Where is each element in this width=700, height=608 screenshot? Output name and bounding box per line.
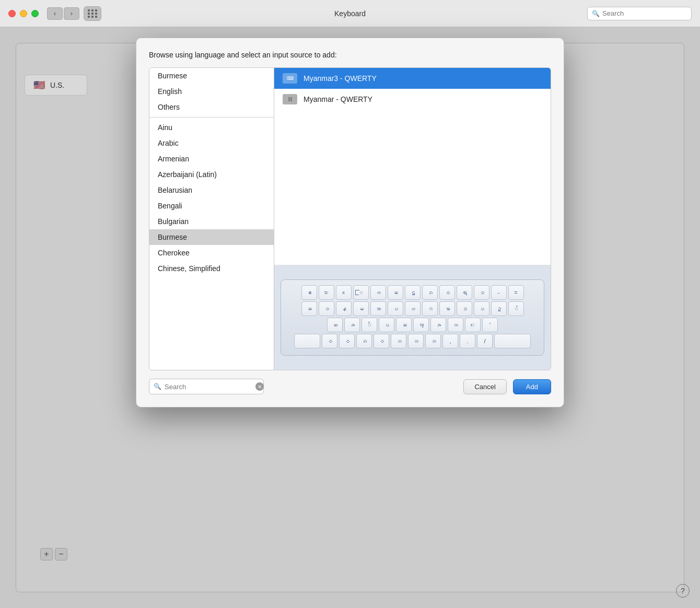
kb-key[interactable]: ဝ bbox=[474, 285, 489, 300]
kb-key[interactable]: ဘ bbox=[391, 334, 406, 348]
kb-key[interactable]: ပ bbox=[388, 301, 403, 316]
kb-key[interactable]: ဝ bbox=[457, 301, 472, 316]
grid-icon bbox=[88, 9, 98, 18]
kb-key[interactable]: ၸ bbox=[448, 318, 463, 332]
cancel-button[interactable]: Cancel bbox=[463, 379, 506, 394]
input-item-myanmar3[interactable]: ⌨ Myanmar3 - QWERTY bbox=[274, 68, 551, 89]
kb-key[interactable]: ဂ bbox=[422, 301, 438, 316]
keyboard-visual: ဧ ာ ။ ြ ၸ ၼ ဌ ၵ ဝ ရ ဝ - = bbox=[281, 279, 544, 356]
lang-item-azerbaijani[interactable]: Azerbaijani (Latin) bbox=[149, 167, 274, 182]
kb-key[interactable]: ပ bbox=[474, 301, 489, 316]
kb-key[interactable]: ပ bbox=[379, 318, 394, 332]
kb-key[interactable]: ၸ bbox=[370, 285, 386, 300]
lang-item-english[interactable]: English bbox=[149, 84, 274, 99]
grid-button[interactable] bbox=[84, 6, 101, 21]
nav-buttons: ‹ › bbox=[47, 7, 79, 20]
kb-key[interactable]: ၷ bbox=[430, 318, 446, 332]
kb-key[interactable]: ၼ bbox=[388, 285, 403, 300]
search-icon-footer: 🔍 bbox=[154, 383, 161, 390]
kb-key[interactable]: အ bbox=[370, 301, 386, 316]
lang-list-separator bbox=[149, 117, 274, 118]
keyboard-preview: ဧ ာ ။ ြ ၸ ၼ ဌ ၵ ဝ ရ ဝ - = bbox=[274, 265, 551, 370]
forward-button[interactable]: › bbox=[64, 7, 79, 20]
kb-key[interactable]: ရ bbox=[457, 285, 472, 300]
back-button[interactable]: ‹ bbox=[47, 7, 63, 20]
language-search-input[interactable] bbox=[165, 383, 252, 391]
kb-key[interactable]: ၸ bbox=[408, 334, 424, 348]
search-icon: 🔍 bbox=[592, 10, 600, 17]
dialog-title: Browse using language and select an inpu… bbox=[149, 51, 551, 59]
lang-item-burmese[interactable]: Burmese bbox=[149, 229, 274, 245]
kb-key[interactable]: , bbox=[442, 334, 458, 348]
input-item-label-myanmar: Myanmar - QWERTY bbox=[304, 95, 372, 103]
kb-key[interactable]: ဝ bbox=[374, 334, 389, 348]
add-input-source-dialog: Browse using language and select an inpu… bbox=[136, 38, 564, 407]
lang-item-ainu[interactable]: Ainu bbox=[149, 120, 274, 135]
window-controls bbox=[8, 10, 39, 17]
kb-key[interactable]: ဝ bbox=[319, 301, 334, 316]
kb-key[interactable]: ဘ bbox=[425, 334, 441, 348]
kb-key[interactable]: မ bbox=[353, 301, 369, 316]
input-source-list[interactable]: ⌨ Myanmar3 - QWERTY ⛓ Myanmar - QWERTY bbox=[274, 68, 551, 265]
kb-key[interactable]: ြ bbox=[353, 285, 369, 300]
kb-key[interactable]: ဝ bbox=[439, 285, 455, 300]
kb-key[interactable]: ' bbox=[482, 318, 498, 332]
close-button[interactable] bbox=[8, 10, 16, 17]
kb-key[interactable]: - bbox=[491, 285, 507, 300]
kb-key[interactable]: ဧ bbox=[301, 285, 317, 300]
lang-item-armenian[interactable]: Armenian bbox=[149, 151, 274, 167]
title-bar: ‹ › Keyboard 🔍 bbox=[0, 0, 700, 27]
kb-key[interactable]: ာ bbox=[319, 285, 334, 300]
lang-item-burmese-top[interactable]: Burmese bbox=[149, 68, 274, 84]
minimize-button[interactable] bbox=[20, 10, 27, 17]
kb-key[interactable]: း bbox=[465, 318, 481, 332]
language-list[interactable]: Burmese English Others Ainu Arabic Armen… bbox=[149, 67, 274, 370]
search-field-wrap[interactable]: 🔍 ✕ bbox=[149, 379, 264, 394]
kb-key[interactable]: ဆ bbox=[327, 318, 343, 332]
keyboard-icon: ⌨ bbox=[283, 73, 297, 84]
kb-key[interactable]: ၾ bbox=[413, 318, 429, 332]
dialog-body: Burmese English Others Ainu Arabic Armen… bbox=[149, 67, 551, 370]
maximize-button[interactable] bbox=[31, 10, 39, 17]
kb-key[interactable] bbox=[494, 334, 531, 348]
kb-key[interactable]: န bbox=[336, 301, 352, 316]
kb-key[interactable]: ၵ bbox=[422, 285, 438, 300]
kb-key[interactable]: ဝ bbox=[322, 334, 337, 348]
input-item-myanmar[interactable]: ⛓ Myanmar - QWERTY bbox=[274, 89, 551, 110]
search-clear-button[interactable]: ✕ bbox=[255, 382, 264, 391]
kb-key[interactable]: = bbox=[508, 285, 524, 300]
kb-key[interactable]: ဟ bbox=[405, 301, 421, 316]
lang-item-bulgarian[interactable]: Bulgarian bbox=[149, 214, 274, 229]
kb-key[interactable]: ဥ bbox=[491, 301, 507, 316]
lang-item-arabic[interactable]: Arabic bbox=[149, 135, 274, 151]
kb-key[interactable]: ၵ bbox=[356, 334, 372, 348]
lang-item-bengali[interactable]: Bengali bbox=[149, 198, 274, 214]
kb-key[interactable] bbox=[294, 334, 320, 348]
kb-row-4: ဝ ဝ ၵ ဝ ဘ ၸ ဘ , . / bbox=[286, 334, 539, 348]
kb-key[interactable]: / bbox=[477, 334, 493, 348]
kb-key[interactable]: ဝ bbox=[339, 334, 355, 348]
kb-key[interactable]: ၷ bbox=[344, 318, 360, 332]
kb-key[interactable]: ၶ bbox=[439, 301, 455, 316]
lang-item-others[interactable]: Others bbox=[149, 99, 274, 115]
titlebar-search[interactable]: 🔍 bbox=[587, 7, 692, 20]
search-input[interactable] bbox=[602, 9, 687, 17]
kb-key[interactable]: ဆ bbox=[301, 301, 317, 316]
modal-overlay: Browse using language and select an inpu… bbox=[0, 27, 700, 608]
kb-key[interactable]: ် bbox=[508, 301, 524, 316]
kb-row-1: ဧ ာ ။ ြ ၸ ၼ ဌ ၵ ဝ ရ ဝ - = bbox=[286, 285, 539, 300]
chain-icon: ⛓ bbox=[283, 94, 297, 104]
kb-key[interactable]: . bbox=[460, 334, 475, 348]
lang-item-chinese-simplified[interactable]: Chinese, Simplified bbox=[149, 261, 274, 276]
kb-row-3: ဆ ၷ ိ ပ ၼ ၾ ၷ ၸ း ' bbox=[286, 318, 539, 332]
lang-item-cherokee[interactable]: Cherokee bbox=[149, 245, 274, 261]
kb-row-2: ဆ ဝ န မ အ ပ ဟ ဂ ၶ ဝ ပ ဥ ် bbox=[286, 301, 539, 316]
kb-key[interactable]: ။ bbox=[336, 285, 352, 300]
input-item-label-myanmar3: Myanmar3 - QWERTY bbox=[304, 74, 377, 83]
kb-key[interactable]: ဌ bbox=[405, 285, 421, 300]
window-title: Keyboard bbox=[334, 9, 366, 18]
kb-key[interactable]: ိ bbox=[361, 318, 377, 332]
add-button[interactable]: Add bbox=[513, 379, 551, 394]
kb-key[interactable]: ၼ bbox=[396, 318, 412, 332]
lang-item-belarusian[interactable]: Belarusian bbox=[149, 182, 274, 198]
